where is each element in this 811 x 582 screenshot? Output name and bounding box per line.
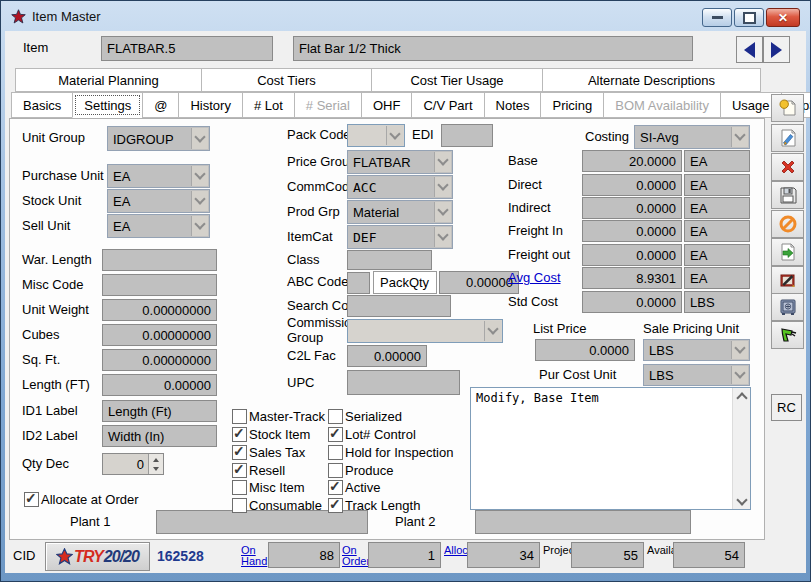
tab-lot[interactable]: # Lot [242,92,295,118]
tab-history[interactable]: History [178,92,242,118]
tab-basics[interactable]: Basics [11,92,73,118]
pur-cost-unit-dropdown[interactable]: LBS [643,364,750,386]
item-code-field[interactable]: FLATBAR.5 [101,36,273,61]
rc-button[interactable]: RC [771,394,802,421]
edi-field[interactable] [441,124,493,147]
scroll-down-icon[interactable] [733,493,750,509]
spin-up-icon[interactable] [149,454,163,464]
hold-for-inspection-checkbox[interactable] [328,445,343,460]
comm-code-dropdown[interactable]: ACC [347,175,453,199]
resell-checkbox[interactable] [232,463,247,478]
item-description-field[interactable]: Flat Bar 1/2 Thick [293,36,693,61]
tab-at[interactable]: @ [142,92,179,118]
id1-label-field[interactable]: Length (Ft) [102,400,217,422]
item-cat-dropdown[interactable]: DEF [347,225,453,249]
plant2-field[interactable] [475,510,691,534]
plant1-field[interactable] [156,510,368,534]
chevron-down-icon[interactable] [434,202,451,222]
chevron-down-icon[interactable] [191,216,208,236]
length-ft-field[interactable]: 0.00000 [102,374,217,396]
active-checkbox[interactable] [328,480,343,495]
produce-checkbox[interactable] [328,463,343,478]
minimize-button[interactable] [702,8,732,27]
try2020-logo[interactable]: TRY 20/20 [45,542,150,571]
track-length-checkbox[interactable] [328,498,343,513]
war-length-field[interactable] [102,249,217,271]
upc-field[interactable] [347,370,460,395]
tab-cost-tier-usage[interactable]: Cost Tier Usage [371,68,543,92]
stock-item-checkbox[interactable] [232,427,247,442]
chevron-down-icon[interactable] [484,321,501,341]
list-price-field[interactable]: 0.0000 [535,339,635,361]
edit-button[interactable] [771,124,804,152]
new-note-button[interactable] [771,94,804,122]
chevron-down-icon[interactable] [434,152,451,172]
import-button[interactable] [771,238,804,266]
chevron-down-icon[interactable] [731,366,748,384]
abc-code-field[interactable] [347,272,370,294]
title-bar[interactable]: Item Master ✕ [3,3,808,30]
cancel-button[interactable] [771,210,804,238]
next-item-button[interactable] [763,36,790,63]
chevron-down-icon[interactable] [434,227,451,247]
cost-indirect-field[interactable]: 0.0000 [582,197,682,219]
cost-direct-field[interactable]: 0.0000 [582,174,682,196]
sale-pricing-unit-dropdown[interactable]: LBS [643,339,750,361]
chevron-down-icon[interactable] [731,127,748,147]
unit-group-dropdown[interactable]: IDGROUP [107,126,210,151]
pack-qty-field[interactable]: 0.00000 [439,271,519,294]
delete-button[interactable] [771,153,804,181]
tab-notes[interactable]: Notes [484,92,542,118]
spin-down-icon[interactable] [149,464,163,474]
write-log-button[interactable] [771,266,804,294]
save-button[interactable] [771,181,804,209]
chevron-down-icon[interactable] [191,166,208,186]
chevron-down-icon[interactable] [731,341,748,359]
scroll-up-icon[interactable] [733,388,750,404]
maximize-button[interactable] [734,8,764,27]
allocate-at-order-checkbox[interactable] [24,492,39,507]
prev-item-button[interactable] [736,36,763,63]
cost-freight-in-field[interactable]: 0.0000 [582,220,682,242]
chevron-down-icon[interactable] [191,191,208,211]
prod-grp-dropdown[interactable]: Material [347,200,453,224]
item-memo-textarea[interactable]: Modify, Base Item [470,387,751,510]
sell-unit-dropdown[interactable]: EA [107,214,210,238]
tab-material-planning[interactable]: Material Planning [15,68,202,92]
tab-cost-tiers[interactable]: Cost Tiers [201,68,372,92]
id2-label-field[interactable]: Width (In) [102,425,217,447]
avg-cost-link[interactable]: Avg Cost [508,270,561,285]
chevron-down-icon[interactable] [191,128,208,149]
unit-weight-field[interactable]: 0.00000000 [102,299,217,321]
lot-control-checkbox[interactable] [328,427,343,442]
sq-ft-field[interactable]: 0.00000000 [102,349,217,371]
cubes-field[interactable]: 0.00000000 [102,324,217,346]
price-group-dropdown[interactable]: FLATBAR [347,150,453,174]
purchase-unit-dropdown[interactable]: EA [107,164,210,188]
tab-ohf[interactable]: OHF [361,92,412,118]
serialized-checkbox[interactable] [328,409,343,424]
pack-code-dropdown[interactable] [347,124,405,147]
costing-dropdown[interactable]: SI-Avg [634,125,750,149]
cost-freight-out-field[interactable]: 0.0000 [582,244,682,266]
master-track-checkbox[interactable] [232,409,247,424]
search-code-field[interactable] [347,295,451,317]
safe-button[interactable] [771,293,804,321]
chevron-down-icon[interactable] [434,177,451,197]
class-field[interactable] [347,250,432,270]
misc-item-checkbox[interactable] [232,480,247,495]
std-cost-field[interactable]: 0.0000 [582,291,682,313]
consumable-checkbox[interactable] [232,498,247,513]
tab-pricing[interactable]: Pricing [540,92,604,118]
avg-cost-field[interactable]: 8.9301 [582,267,682,289]
c2l-fac-field[interactable]: 0.00000 [347,345,427,367]
commission-group-dropdown[interactable] [347,319,503,343]
scanner-button[interactable] [771,321,804,349]
cost-base-field[interactable]: 20.0000 [582,150,682,172]
stock-unit-dropdown[interactable]: EA [107,189,210,213]
tab-settings[interactable]: Settings [72,92,143,118]
memo-scrollbar[interactable] [732,388,750,509]
tab-alternate-descriptions[interactable]: Alternate Descriptions [542,68,761,92]
chevron-down-icon[interactable] [386,126,403,145]
sales-tax-checkbox[interactable] [232,445,247,460]
